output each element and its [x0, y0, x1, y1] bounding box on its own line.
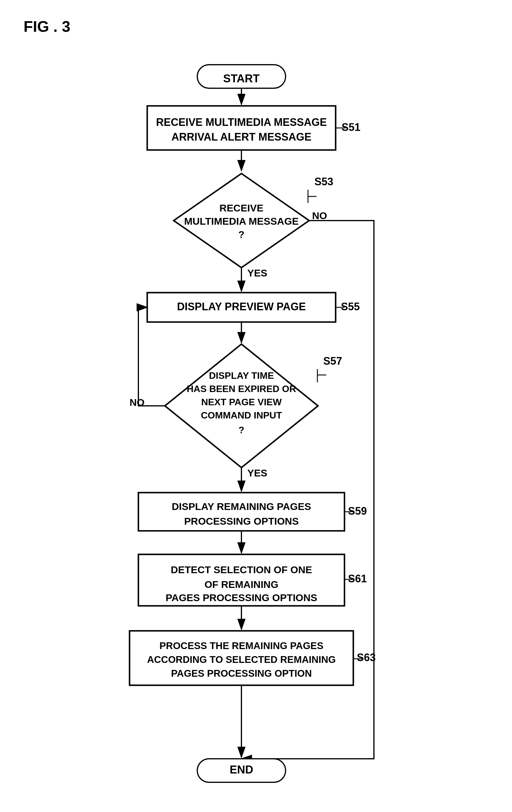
svg-text:S63: S63	[357, 651, 376, 664]
svg-text:YES: YES	[247, 467, 267, 478]
svg-text:HAS BEEN EXPIRED OR: HAS BEEN EXPIRED OR	[187, 383, 296, 394]
svg-text:PAGES PROCESSING OPTION: PAGES PROCESSING OPTION	[171, 668, 312, 679]
svg-text:S53: S53	[315, 176, 333, 187]
svg-text:OF REMAINING: OF REMAINING	[204, 579, 278, 590]
flowchart-diagram: START RECEIVE MULTIMEDIA MESSAGE ARRIVAL…	[94, 53, 418, 804]
svg-text:ACCORDING TO SELECTED REMAININ: ACCORDING TO SELECTED REMAINING	[147, 654, 335, 665]
svg-text:MULTIMEDIA MESSAGE: MULTIMEDIA MESSAGE	[184, 215, 299, 227]
svg-text:DISPLAY PREVIEW PAGE: DISPLAY PREVIEW PAGE	[177, 300, 305, 313]
svg-text:PAGES PROCESSING OPTIONS: PAGES PROCESSING OPTIONS	[165, 592, 317, 603]
svg-text:DISPLAY TIME: DISPLAY TIME	[209, 370, 274, 381]
svg-text:DISPLAY REMAINING PAGES: DISPLAY REMAINING PAGES	[172, 501, 311, 512]
page-container: FIG . 3 START RECEIVE MULTIMEDIA MESSAGE…	[0, 0, 512, 812]
svg-text:START: START	[223, 72, 260, 85]
svg-text:?: ?	[238, 229, 244, 240]
svg-text:ARRIVAL ALERT MESSAGE: ARRIVAL ALERT MESSAGE	[171, 131, 311, 143]
figure-label: FIG . 3	[24, 18, 488, 35]
svg-text:NEXT PAGE VIEW: NEXT PAGE VIEW	[201, 397, 282, 407]
svg-text:PROCESSING OPTIONS: PROCESSING OPTIONS	[184, 516, 299, 527]
svg-text:END: END	[230, 763, 253, 776]
svg-text:RECEIVE: RECEIVE	[219, 202, 263, 213]
svg-text:S61: S61	[348, 573, 367, 585]
svg-text:COMMAND INPUT: COMMAND INPUT	[201, 410, 282, 420]
svg-text:NO: NO	[312, 210, 327, 221]
svg-text:S55: S55	[341, 300, 360, 313]
svg-text:S59: S59	[348, 505, 367, 517]
svg-text:RECEIVE MULTIMEDIA MESSAGE: RECEIVE MULTIMEDIA MESSAGE	[156, 116, 326, 128]
svg-text:DETECT SELECTION OF ONE: DETECT SELECTION OF ONE	[171, 564, 312, 575]
svg-text:PROCESS THE REMAINING PAGES: PROCESS THE REMAINING PAGES	[159, 640, 323, 651]
svg-text:YES: YES	[247, 267, 267, 279]
svg-text:?: ?	[239, 425, 244, 435]
svg-text:S57: S57	[323, 355, 342, 367]
svg-text:S51: S51	[342, 121, 360, 133]
